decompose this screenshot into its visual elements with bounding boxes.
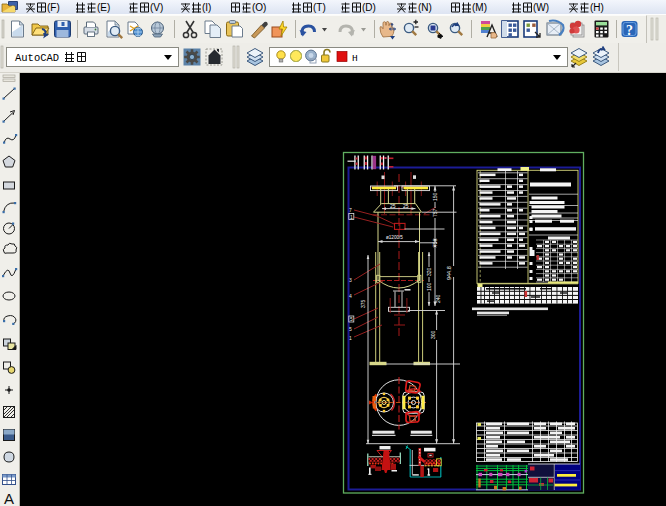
svg-text:(E): (E) [97, 2, 110, 13]
svg-text:(T): (T) [313, 2, 326, 13]
svg-text:320: 320 [426, 267, 432, 276]
svg-text:7: 7 [349, 207, 352, 213]
svg-text:5: 5 [349, 326, 352, 332]
svg-text:3: 3 [349, 277, 352, 283]
svg-text:A: A [4, 490, 14, 506]
svg-text:(O): (O) [252, 2, 266, 13]
svg-text:150: 150 [432, 192, 438, 201]
svg-text:1: 1 [349, 335, 352, 341]
svg-text:750: 750 [432, 238, 438, 247]
svg-text:4: 4 [349, 293, 352, 299]
svg-text:944.8: 944.8 [446, 266, 452, 280]
svg-text:?: ? [626, 23, 633, 38]
svg-text:(I): (I) [202, 2, 211, 13]
svg-text:(D): (D) [362, 2, 376, 13]
svg-text:25: 25 [403, 203, 409, 209]
svg-text:(M): (M) [472, 2, 487, 13]
svg-text:1: 1 [350, 214, 353, 220]
svg-text:(N): (N) [418, 2, 432, 13]
svg-text:AutoCAD: AutoCAD [15, 52, 59, 64]
svg-text:(W): (W) [533, 2, 549, 13]
svg-text:ø1200/5: ø1200/5 [386, 235, 403, 240]
svg-text:5: 5 [350, 316, 353, 322]
svg-text:300: 300 [430, 330, 436, 339]
svg-text:757: 757 [432, 208, 438, 217]
svg-text:375: 375 [360, 299, 366, 308]
svg-text:(V): (V) [150, 2, 163, 13]
svg-text:100: 100 [426, 282, 432, 291]
svg-text:240: 240 [435, 294, 441, 303]
svg-text:(H): (H) [590, 2, 604, 13]
svg-text:(F): (F) [47, 2, 60, 13]
svg-text:25: 25 [390, 203, 396, 209]
svg-text:H: H [352, 53, 358, 64]
